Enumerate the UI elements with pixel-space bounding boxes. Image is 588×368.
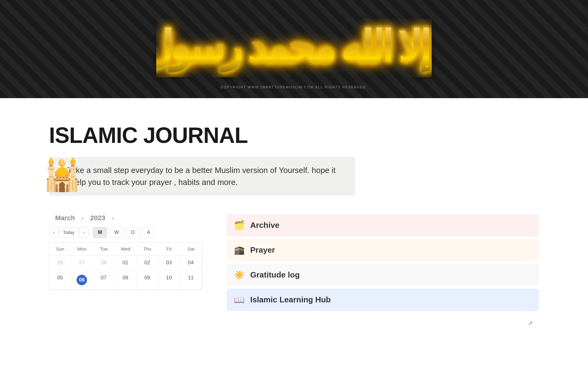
expand-icon[interactable]: ↗ <box>528 320 533 327</box>
card-prayer[interactable]: 🕋 Prayer <box>227 239 539 261</box>
cal-header-wed: Wed <box>115 243 136 255</box>
svg-text:لا إله إلا الله محمد رسول الله: لا إله إلا الله محمد رسول الله <box>156 24 432 73</box>
subtitle-body: Take a small step everyday to be a bette… <box>58 166 336 187</box>
gratitude-label: Gratitude log <box>250 270 300 280</box>
archive-icon: 🗂️ <box>234 220 245 230</box>
calendar-header-row: Sun Mon Tue Wed Thu Fri Sat <box>49 243 202 255</box>
cal-prev-next-group: ‹ Today › <box>49 227 89 238</box>
calendar-go-prev[interactable]: ‹ <box>49 227 58 238</box>
copyright-text: COPYRIGHT WWW.IWANTTOBEMUSLIM.COM ALL RI… <box>221 85 368 89</box>
cal-cell-09[interactable]: 09 <box>137 270 158 290</box>
cal-header-mon: Mon <box>71 243 93 255</box>
cal-header-tue: Tue <box>93 243 115 255</box>
cal-cell-08[interactable]: 08 <box>115 270 136 290</box>
cal-cell-02[interactable]: 02 <box>137 255 158 270</box>
cal-header-sun: Sun <box>49 243 71 255</box>
calendar-week-2: 05 06 07 08 09 10 11 <box>49 270 202 290</box>
cal-cell-27[interactable]: 27 <box>71 255 93 270</box>
two-col-layout: March ‹ 2023 › ‹ Today › M W D A <box>49 214 539 327</box>
calendar-section: March ‹ 2023 › ‹ Today › M W D A <box>49 214 202 290</box>
cal-cell-10[interactable]: 10 <box>158 270 180 290</box>
learning-icon: 📖 <box>234 295 245 305</box>
calendar-year: 2023 <box>90 214 105 222</box>
calendar-go-next[interactable]: › <box>79 227 89 238</box>
cal-cell-04[interactable]: 04 <box>180 255 202 270</box>
archive-label: Archive <box>250 220 279 230</box>
calendar-next-month[interactable]: › <box>110 214 116 222</box>
header-banner: لا إله إلا الله محمد رسول الله COPYRIGHT… <box>0 0 588 98</box>
card-learning[interactable]: 📖 Islamic Learning Hub <box>227 289 539 311</box>
cal-cell-03[interactable]: 03 <box>158 255 180 270</box>
prayer-label: Prayer <box>250 245 275 255</box>
calendar-week-1: 26 27 28 01 02 03 04 <box>49 255 202 270</box>
learning-label: Islamic Learning Hub <box>250 295 331 305</box>
main-content: ISLAMIC JOURNAL 👉Take a small step every… <box>0 98 588 345</box>
cal-header-fri: Fri <box>158 243 180 255</box>
cal-view-month[interactable]: M <box>93 227 107 238</box>
cal-cell-11[interactable]: 11 <box>180 270 202 290</box>
bottom-icons-row: ↗ <box>227 320 539 327</box>
today-circle: 06 <box>77 275 87 285</box>
calendar-controls: ‹ Today › M W D A <box>49 227 202 238</box>
gratitude-icon: ☀️ <box>234 270 245 280</box>
calendar-month: March <box>55 214 75 222</box>
cal-cell-01[interactable]: 01 <box>115 255 136 270</box>
calendar-grid: Sun Mon Tue Wed Thu Fri Sat 26 27 28 01 … <box>49 242 202 290</box>
cal-cell-05[interactable]: 05 <box>49 270 71 290</box>
cal-view-agenda[interactable]: A <box>142 227 156 238</box>
card-gratitude[interactable]: ☀️ Gratitude log <box>227 264 539 286</box>
arabic-calligraphy: لا إله إلا الله محمد رسول الله <box>156 10 432 89</box>
calendar-nav: March ‹ 2023 › <box>49 214 202 222</box>
mosque-icon: 🕌 <box>43 159 81 190</box>
cal-header-sat: Sat <box>180 243 202 255</box>
cal-cell-28[interactable]: 28 <box>93 255 115 270</box>
card-archive[interactable]: 🗂️ Archive <box>227 214 539 236</box>
cards-section: 🗂️ Archive 🕋 Prayer ☀️ Gratitude log 📖 I… <box>227 214 539 327</box>
calendar-today-btn[interactable]: Today <box>59 227 78 238</box>
page-title: ISLAMIC JOURNAL <box>49 123 539 148</box>
cal-cell-07[interactable]: 07 <box>93 270 115 290</box>
cal-cell-26[interactable]: 26 <box>49 255 71 270</box>
cal-view-week[interactable]: W <box>109 227 124 238</box>
cal-header-thu: Thu <box>137 243 158 255</box>
calendar-prev-month[interactable]: ‹ <box>80 214 85 222</box>
prayer-icon: 🕋 <box>234 245 245 255</box>
subtitle-box: 👉Take a small step everyday to be a bett… <box>49 157 355 196</box>
subtitle-text: 👉Take a small step everyday to be a bett… <box>58 166 336 187</box>
cal-view-day[interactable]: D <box>126 227 140 238</box>
cal-cell-06-today[interactable]: 06 <box>71 270 93 290</box>
